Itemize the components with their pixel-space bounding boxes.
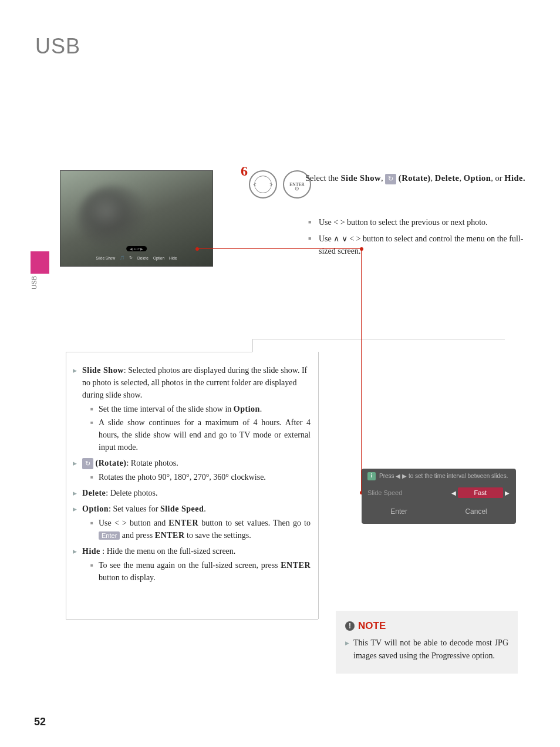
enter-tag: Enter xyxy=(99,531,120,540)
txt: : Hide the menu on the full-sized screen… xyxy=(100,547,236,556)
txt: Option xyxy=(82,504,109,513)
item-rotate: ↻ (Rotate): Rotate photos. Rotates the p… xyxy=(73,457,311,483)
dpad-button[interactable]: < > xyxy=(249,170,277,198)
rotate-icon: ↻ xyxy=(385,174,396,184)
sub: Use < > button and ENTER button to set v… xyxy=(82,517,311,541)
page-title: USB xyxy=(35,34,80,59)
divider xyxy=(252,339,253,352)
txt: and press xyxy=(120,531,155,540)
txt: To see the menu again on the full-sized … xyxy=(99,561,281,570)
exclamation-icon: ! xyxy=(345,621,355,631)
txt: to set the time interval between slides. xyxy=(407,473,508,479)
txt: Select the xyxy=(305,173,340,183)
txt: button to display. xyxy=(99,573,156,582)
speed-value[interactable]: Fast xyxy=(458,487,503,498)
txt: Hide. xyxy=(504,173,525,183)
step-number: 6 xyxy=(241,163,248,179)
txt: Press xyxy=(379,473,396,479)
sub: Rotates the photo 90°, 180°, 270°, 360° … xyxy=(82,471,311,483)
dpad-left-icon: < xyxy=(253,181,257,188)
txt: Delete xyxy=(435,173,460,183)
side-tab-color xyxy=(31,251,49,274)
txt: button to set values. Then go to xyxy=(198,519,311,527)
sub: To see the menu again on the full-sized … xyxy=(82,559,311,584)
note-title: NOTE xyxy=(358,620,386,632)
txt: Hide xyxy=(82,547,100,556)
sub: Set the time interval of the slide show … xyxy=(82,403,311,415)
txt: Slide Speed xyxy=(160,504,204,513)
photo-toolbar: Slide Show 🎵 ↻ Delete Option Hide xyxy=(60,250,212,266)
txt: (Rotate) xyxy=(399,173,431,183)
callout-line xyxy=(197,248,362,249)
divider xyxy=(66,352,252,352)
tb-delete[interactable]: Delete xyxy=(137,256,149,260)
cancel-button[interactable]: Cancel xyxy=(465,507,487,516)
tb-music-icon[interactable]: 🎵 xyxy=(120,255,124,260)
feature-list: Slide Show: Selected photos are displaye… xyxy=(73,364,311,587)
txt: : Rotate photos. xyxy=(126,459,178,467)
divider xyxy=(318,352,319,619)
txt: Use < > button and xyxy=(99,519,168,527)
item-delete: Delete: Delete photos. xyxy=(73,487,311,499)
bullet: Use < > button to select the previous or… xyxy=(308,216,531,229)
bullet: Use ∧ ∨ < > button to select and control… xyxy=(308,233,531,258)
arrow-left-icon[interactable]: ◀ xyxy=(451,490,457,496)
note-text: This TV will not be able to decode most … xyxy=(345,637,508,662)
callout-line xyxy=(361,248,362,493)
txt: Slide Show xyxy=(82,366,124,375)
txt: ENTER xyxy=(168,519,198,527)
tb-slideshow[interactable]: Slide Show xyxy=(96,256,116,260)
txt: , xyxy=(381,173,385,183)
txt: Set the time interval of the slide show … xyxy=(99,405,234,413)
item-hide: Hide : Hide the menu on the full-sized s… xyxy=(73,545,311,584)
txt: , xyxy=(431,173,435,183)
arrow-right-icon[interactable]: ▶ xyxy=(504,490,510,496)
step-instruction: Select the Side Show, ↻ (Rotate), Delete… xyxy=(305,172,528,184)
txt: ENTER xyxy=(281,561,311,570)
info-text: Press ◀ ▶ to set the time interval betwe… xyxy=(379,472,508,480)
enter-dot-icon: ⊙ xyxy=(295,186,299,191)
txt: : Set values for xyxy=(109,504,160,513)
speed-row: Slide Speed ◀ Fast ▶ xyxy=(367,487,510,498)
txt: : Delete photos. xyxy=(106,489,157,497)
txt: to save the set­tings. xyxy=(185,531,251,540)
enter-button[interactable]: Enter xyxy=(390,507,407,516)
tb-hide[interactable]: Hide xyxy=(169,256,177,260)
page-number: 52 xyxy=(34,716,46,728)
txt: (Rotate) xyxy=(96,459,127,467)
note-header: ! NOTE xyxy=(345,620,508,632)
txt: . xyxy=(260,405,262,413)
dialog-buttons: Enter Cancel xyxy=(367,507,510,516)
txt: Option xyxy=(464,173,491,183)
txt: Side Show xyxy=(340,173,381,183)
item-slideshow: Slide Show: Selected photos are displaye… xyxy=(73,364,311,453)
txt: Option xyxy=(234,405,260,413)
txt: Delete xyxy=(82,489,106,497)
slide-speed-dialog: i Press ◀ ▶ to set the time interval bet… xyxy=(362,469,516,524)
side-tab-label: USB xyxy=(31,276,38,290)
txt: . xyxy=(204,504,206,513)
divider xyxy=(66,619,318,620)
rotate-icon: ↻ xyxy=(82,458,93,469)
photo-viewer-screenshot: 1/17 Slide Show 🎵 ↻ Delete Option Hide xyxy=(60,170,213,267)
tb-rotate-icon[interactable]: ↻ xyxy=(129,255,133,260)
remote-buttons: < > ENTER ⊙ xyxy=(249,170,311,198)
txt: ENTER xyxy=(155,531,185,540)
info-icon: i xyxy=(367,472,376,480)
speed-label: Slide Speed xyxy=(367,489,402,496)
side-tab: USB xyxy=(31,251,49,285)
sub: A slide show continues for a maximum of … xyxy=(82,416,311,453)
note-box: ! NOTE This TV will not be able to decod… xyxy=(336,611,518,674)
txt: , xyxy=(459,173,463,183)
dpad-right-icon: > xyxy=(269,181,273,188)
info-row: i Press ◀ ▶ to set the time interval bet… xyxy=(367,472,510,480)
txt: , or xyxy=(491,173,504,183)
item-option: Option: Set values for Slide Speed. Use … xyxy=(73,503,311,541)
divider xyxy=(252,339,505,339)
divider xyxy=(66,352,66,619)
photo-image xyxy=(78,186,149,250)
tb-option[interactable]: Option xyxy=(153,256,164,260)
step-bullets: Use < > button to select the previous or… xyxy=(308,216,531,261)
